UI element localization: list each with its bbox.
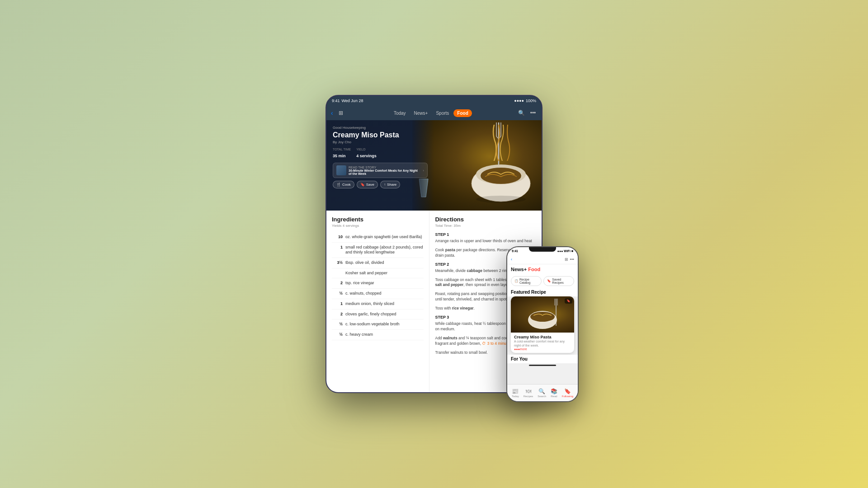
share-icon: ↑: [384, 183, 386, 187]
phone-nav-recipes[interactable]: 🍽 Recipes: [524, 388, 533, 398]
search-icon: 🔍: [538, 388, 545, 394]
back-button[interactable]: ‹: [331, 109, 333, 117]
phone-nav-today[interactable]: 📰 Today: [512, 388, 519, 398]
svg-point-6: [476, 196, 526, 203]
phone-grid-icon[interactable]: ⊞: [565, 257, 568, 262]
recipe-source: Good Housekeeping: [333, 126, 428, 130]
meta-yield: YIELD 4 servings: [356, 148, 377, 159]
tablet-hero: Good Housekeeping Creamy Miso Pasta By J…: [326, 120, 542, 211]
phone-recipe-title: Creamy Miso Pasta: [514, 335, 571, 339]
phone-recipe-image: 🔖: [511, 296, 574, 333]
ingredient-row: ½ c. walnuts, chopped: [332, 289, 424, 299]
share-button[interactable]: ↑ Share: [380, 181, 400, 188]
ing-desc: tsp. rice vinegar: [345, 281, 374, 286]
phone-nav-icons: ⊞ •••: [565, 257, 574, 262]
recipe-title: Creamy Miso Pasta: [333, 131, 428, 139]
scene: 9:41 Wed Jun 28 ●●●● 100% ‹ ⊞ Today News…: [326, 95, 542, 393]
tab-food[interactable]: Food: [453, 109, 472, 117]
tablet-battery: 100%: [526, 99, 536, 103]
ing-amount: 10: [332, 235, 343, 239]
meta-yield-value: 4 servings: [356, 154, 377, 158]
step-1-label: STEP 1: [435, 232, 536, 237]
story-text-container: READ THE STORY 30-Minute Winter Comfort …: [349, 166, 420, 175]
story-title: 30-Minute Winter Comfort Meals for Any N…: [349, 169, 420, 175]
phone-recipe-desc: A cold-weather comfort meal for any nigh…: [514, 339, 571, 347]
tablet-date: Wed Jun 28: [342, 99, 363, 103]
phone-nav: ‹ ⊞ •••: [507, 254, 578, 264]
phone-nav-following[interactable]: 🔖 Following: [562, 388, 573, 398]
recipe-catalog-label: Recipe Catalog: [519, 278, 538, 284]
save-icon: 🔖: [360, 183, 365, 187]
grid-icon[interactable]: ⊞: [337, 109, 345, 117]
more-icon[interactable]: •••: [529, 109, 537, 117]
ingredient-row: 3½ tbsp. olive oil, divided: [332, 258, 424, 268]
read-icon: 📚: [551, 388, 557, 394]
meta-time-value: 35 min: [333, 154, 346, 158]
ingredients-title: Ingredients: [332, 216, 424, 223]
story-thumbnail: [336, 165, 346, 175]
newsplus-label: News+: [511, 267, 528, 272]
ing-desc: c. walnuts, chopped: [345, 291, 382, 296]
meta-time-label: TOTAL TIME: [333, 148, 351, 151]
ingredient-row: 10 oz. whole-grain spaghetti (we used Ba…: [332, 232, 424, 243]
phone: 9:41 ●●● WiFi ■ ‹ ⊞ ••• News+ Food 📋 Rec…: [506, 246, 579, 402]
story-read-label: READ THE STORY: [349, 166, 420, 169]
save-label: Save: [366, 183, 374, 187]
tab-newsplus[interactable]: News+: [410, 109, 432, 117]
ing-amount: 1: [332, 301, 343, 306]
ing-amount: ½: [332, 322, 343, 326]
saved-recipes-icon: 🔖: [547, 279, 551, 283]
cook-button[interactable]: 🍴 Cook: [333, 181, 354, 188]
phone-recipe-info: Creamy Miso Pasta A cold-weather comfort…: [511, 333, 574, 353]
tab-today[interactable]: Today: [390, 109, 410, 117]
directions-subtitle: Total Time: 35m: [435, 224, 536, 228]
ingredient-row: 2 tsp. rice vinegar: [332, 278, 424, 289]
cook-icon: 🍴: [336, 183, 341, 187]
tab-sports[interactable]: Sports: [432, 109, 453, 117]
phone-back-button[interactable]: ‹: [511, 257, 512, 262]
today-icon: 📰: [512, 388, 519, 394]
following-label: Following: [562, 395, 573, 398]
ing-amount: 3½: [332, 260, 343, 265]
meta-time: TOTAL TIME 35 min: [333, 148, 351, 159]
story-banner[interactable]: READ THE STORY 30-Minute Winter Comfort …: [333, 163, 428, 178]
ing-desc: cloves garlic, finely chopped: [345, 312, 396, 317]
action-buttons: 🍴 Cook 🔖 Save ↑ Share: [333, 181, 428, 188]
phone-tab-saved-recipes[interactable]: 🔖 Saved Recipes: [543, 276, 574, 286]
svg-point-11: [530, 312, 555, 322]
directions-title: Directions: [435, 216, 536, 223]
step-1-text: Arrange racks in upper and lower thirds …: [435, 239, 536, 244]
today-label: Today: [512, 395, 519, 398]
hero-content: Good Housekeeping Creamy Miso Pasta By J…: [326, 120, 434, 211]
phone-notch: [529, 247, 556, 252]
bowl-visual: [469, 163, 533, 204]
phone-brand: News+ Food: [511, 267, 574, 272]
phone-more-link[interactable]: ●●●more: [514, 347, 571, 351]
phone-bookmark-icon[interactable]: 🔖: [565, 298, 572, 304]
phone-nav-read[interactable]: 📚 Read: [551, 388, 557, 398]
ing-desc: medium onion, thinly sliced: [345, 301, 394, 307]
phone-tab-recipe-catalog[interactable]: 📋 Recipe Catalog: [511, 276, 542, 286]
ing-desc: c. heavy cream: [345, 332, 373, 338]
phone-tabs: 📋 Recipe Catalog 🔖 Saved Recipes: [507, 274, 578, 288]
tablet-nav: ‹ ⊞ Today News+ Sports Food 🔍 •••: [326, 106, 542, 120]
nav-tabs: Today News+ Sports Food: [390, 109, 472, 117]
story-chevron-icon: ›: [423, 169, 424, 173]
phone-more-icon[interactable]: •••: [570, 257, 574, 262]
phone-recipe-card[interactable]: 🔖 Creamy Miso Pasta A cold-weather comfo…: [511, 296, 574, 353]
phone-time: 9:41: [512, 249, 518, 253]
ingredient-row-kosher-salt: Kosher salt and pepper: [332, 268, 424, 279]
ing-amount: ½: [332, 332, 343, 337]
ingredient-row: 1 medium onion, thinly sliced: [332, 299, 424, 310]
save-button[interactable]: 🔖 Save: [357, 181, 378, 188]
search-icon[interactable]: 🔍: [517, 109, 525, 117]
phone-bowl-icon: [527, 310, 558, 330]
ingredients-column: Ingredients Yields 4 servings 10 oz. who…: [326, 211, 429, 393]
share-label: Share: [387, 183, 396, 187]
ing-amount: 2: [332, 281, 343, 285]
ing-desc: tbsp. olive oil, divided: [345, 260, 384, 266]
phone-nav-search[interactable]: 🔍 Search: [538, 388, 546, 398]
phone-for-you-title: For You: [507, 355, 578, 363]
tablet-status-left: 9:41 Wed Jun 28: [332, 99, 363, 103]
saved-recipes-label: Saved Recipes: [552, 278, 571, 284]
